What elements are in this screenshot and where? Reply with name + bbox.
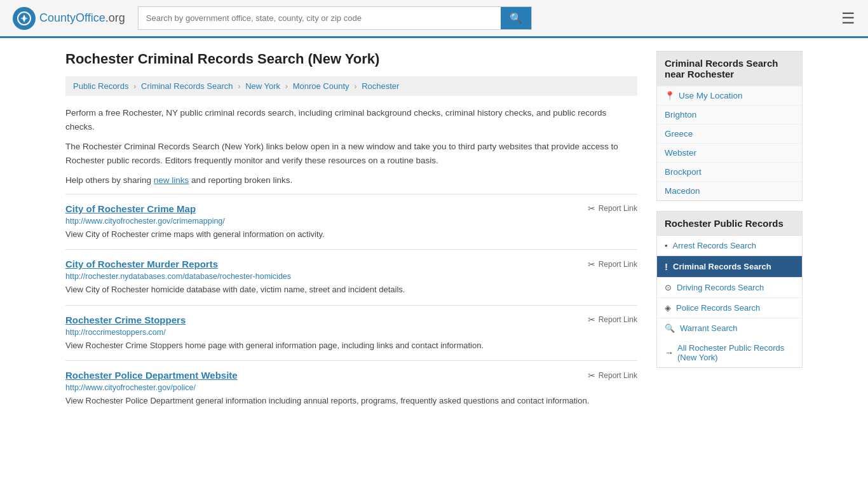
result-header: City of Rochester Murder Reports ✂ Repor… [65,259,637,269]
sidebar-nearby: Criminal Records Search near Rochester 📍… [656,51,803,201]
result-item: City of Rochester Murder Reports ✂ Repor… [65,249,637,305]
record-icon-4: 🔍 [665,323,675,333]
search-button[interactable]: 🔍 [501,7,531,29]
public-record-link-1[interactable]: Criminal Records Search [673,262,771,271]
record-icon-2: ⊙ [665,283,672,292]
nearby-location-item[interactable]: Brighton [657,105,802,124]
report-link-2[interactable]: ✂ Report Link [588,315,637,325]
result-url-0[interactable]: http://www.cityofrochester.gov/crimemapp… [65,217,637,226]
search-bar[interactable]: 🔍 [138,6,532,30]
public-record-link-3[interactable]: Police Records Search [676,303,760,313]
result-header: Rochester Crime Stoppers ✂ Report Link [65,315,637,325]
all-records-link[interactable]: All Rochester Public Records (New York) [677,343,794,362]
nearby-location-link-4[interactable]: Macedon [665,186,700,196]
main-container: Rochester Criminal Records Search (New Y… [53,38,815,429]
result-title-1[interactable]: City of Rochester Murder Reports [65,259,218,269]
arrow-icon: → [665,348,674,358]
report-link-0[interactable]: ✂ Report Link [588,203,637,214]
result-desc-1: View City of Rochester homicide database… [65,283,637,296]
scissors-icon: ✂ [588,315,595,325]
menu-icon[interactable]: ☰ [841,10,855,27]
record-icon-0: ▪ [665,241,668,250]
report-label: Report Link [599,204,637,213]
result-title-3[interactable]: Rochester Police Department Website [65,370,238,381]
breadcrumb-link-ny[interactable]: New York [245,81,280,91]
content-area: Rochester Criminal Records Search (New Y… [65,51,637,416]
pin-icon: 📍 [665,91,675,100]
breadcrumb-sep-2: › [238,81,240,91]
results-list: City of Rochester Crime Map ✂ Report Lin… [65,194,637,416]
nearby-location-link-2[interactable]: Webster [665,148,696,158]
scissors-icon: ✂ [588,259,595,269]
all-records-item[interactable]: → All Rochester Public Records (New York… [657,338,802,367]
result-title-2[interactable]: Rochester Crime Stoppers [65,315,186,325]
report-link-3[interactable]: ✂ Report Link [588,370,637,381]
public-record-link-4[interactable]: Warrant Search [680,323,738,333]
site-logo[interactable]: CountyOffice.org [13,7,125,30]
nearby-location-link-3[interactable]: Brockport [665,167,702,177]
sidebar: Criminal Records Search near Rochester 📍… [656,51,803,416]
nearby-location-link-0[interactable]: Brighton [665,110,696,119]
result-url-1[interactable]: http://rochester.nydatabases.com/databas… [65,272,637,281]
record-icon-3: ◈ [665,303,671,313]
result-desc-3: View Rochester Police Department general… [65,395,637,407]
public-record-link-2[interactable]: Driving Records Search [677,283,764,292]
nearby-location-link-1[interactable]: Greece [665,129,693,139]
result-desc-2: View Rochester Crime Stoppers home page … [65,339,637,352]
description-para2: The Rochester Criminal Records Search (N… [65,140,637,167]
result-header: Rochester Police Department Website ✂ Re… [65,370,637,381]
nearby-location-item[interactable]: Greece [657,124,802,143]
report-label: Report Link [599,371,637,380]
result-header: City of Rochester Crime Map ✂ Report Lin… [65,203,637,214]
new-links-link[interactable]: new links [154,175,189,185]
breadcrumb-sep-4: › [354,81,356,91]
use-my-location-item[interactable]: 📍 Use My Location [657,86,802,105]
logo-text: CountyOffice.org [39,11,125,25]
breadcrumb-link-rochester[interactable]: Rochester [362,81,399,91]
public-record-item-4[interactable]: 🔍Warrant Search [657,318,802,338]
scissors-icon: ✂ [588,370,595,381]
sidebar-public-records: Rochester Public Records ▪Arrest Records… [656,211,803,368]
result-item: City of Rochester Crime Map ✂ Report Lin… [65,194,637,250]
public-records-title: Rochester Public Records [657,212,802,236]
nearby-location-item[interactable]: Brockport [657,162,802,181]
breadcrumb: Public Records › Criminal Records Search… [65,76,637,96]
public-record-item-2[interactable]: ⊙Driving Records Search [657,278,802,298]
nearby-location-item[interactable]: Macedon [657,181,802,200]
result-item: Rochester Police Department Website ✂ Re… [65,360,637,416]
scissors-icon: ✂ [588,203,595,214]
page-title: Rochester Criminal Records Search (New Y… [65,51,637,67]
use-my-location-link[interactable]: Use My Location [679,91,743,100]
report-label: Report Link [599,260,637,269]
site-header: CountyOffice.org 🔍 ☰ [0,0,868,38]
result-item: Rochester Crime Stoppers ✂ Report Link h… [65,305,637,361]
report-label: Report Link [599,315,637,324]
result-desc-0: View City of Rochester crime maps with g… [65,228,637,241]
public-records-list: ▪Arrest Records Search!Criminal Records … [657,236,802,338]
record-icon-1: ! [665,261,668,272]
public-record-item-3[interactable]: ◈Police Records Search [657,298,802,318]
report-link-1[interactable]: ✂ Report Link [588,259,637,269]
description-para3: Help others by sharing new links and rep… [65,173,637,187]
search-input[interactable] [139,7,501,29]
result-url-3[interactable]: http://www.cityofrochester.gov/police/ [65,383,637,392]
breadcrumb-sep-1: › [133,81,136,91]
breadcrumb-link-public-records[interactable]: Public Records [73,81,128,91]
result-url-2[interactable]: http://roccrimestoppers.com/ [65,328,637,337]
public-record-item-1[interactable]: !Criminal Records Search [657,256,802,278]
description-para1: Perform a free Rochester, NY public crim… [65,106,637,133]
breadcrumb-link-monroe[interactable]: Monroe County [293,81,349,91]
nearby-locations-list: BrightonGreeceWebsterBrockportMacedon [657,105,802,200]
breadcrumb-sep-3: › [285,81,288,91]
public-record-item-0[interactable]: ▪Arrest Records Search [657,236,802,256]
breadcrumb-link-criminal[interactable]: Criminal Records Search [141,81,233,91]
result-title-0[interactable]: City of Rochester Crime Map [65,203,196,214]
logo-icon [13,7,36,30]
nearby-location-item[interactable]: Webster [657,143,802,162]
public-record-link-0[interactable]: Arrest Records Search [673,241,757,250]
nearby-title: Criminal Records Search near Rochester [657,51,802,86]
